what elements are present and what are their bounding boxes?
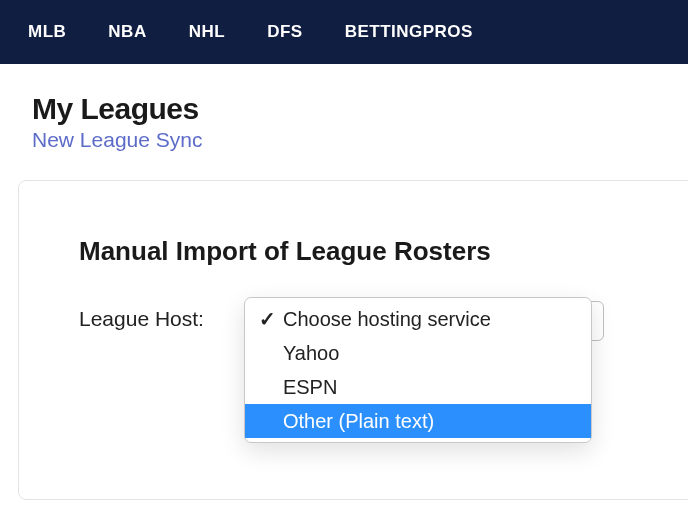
nav-item-nba[interactable]: NBA (108, 22, 146, 42)
top-nav: MLB NBA NHL DFS BETTINGPROS (0, 0, 688, 64)
league-host-label: League Host: (79, 301, 204, 331)
league-host-row: League Host: ✓ Choose hosting service Ya… (79, 301, 657, 331)
league-host-dropdown: ✓ Choose hosting service Yahoo ESPN Othe… (244, 297, 592, 443)
card-title: Manual Import of League Rosters (79, 236, 657, 267)
dropdown-option-label: Other (Plain text) (283, 407, 434, 435)
dropdown-option-label: ESPN (283, 373, 337, 401)
nav-item-mlb[interactable]: MLB (28, 22, 66, 42)
page-header: My Leagues New League Sync (0, 64, 688, 170)
dropdown-option-other[interactable]: Other (Plain text) (245, 404, 591, 438)
nav-item-bettingpros[interactable]: BETTINGPROS (345, 22, 473, 42)
nav-item-nhl[interactable]: NHL (189, 22, 225, 42)
dropdown-option-yahoo[interactable]: Yahoo (245, 336, 591, 370)
page-title: My Leagues (32, 92, 656, 126)
nav-item-dfs[interactable]: DFS (267, 22, 303, 42)
check-icon: ✓ (259, 305, 283, 333)
dropdown-option-espn[interactable]: ESPN (245, 370, 591, 404)
page-subtitle[interactable]: New League Sync (32, 128, 656, 152)
dropdown-option-label: Yahoo (283, 339, 339, 367)
dropdown-option-choose[interactable]: ✓ Choose hosting service (245, 302, 591, 336)
dropdown-option-label: Choose hosting service (283, 305, 491, 333)
import-card: Manual Import of League Rosters League H… (18, 180, 688, 500)
